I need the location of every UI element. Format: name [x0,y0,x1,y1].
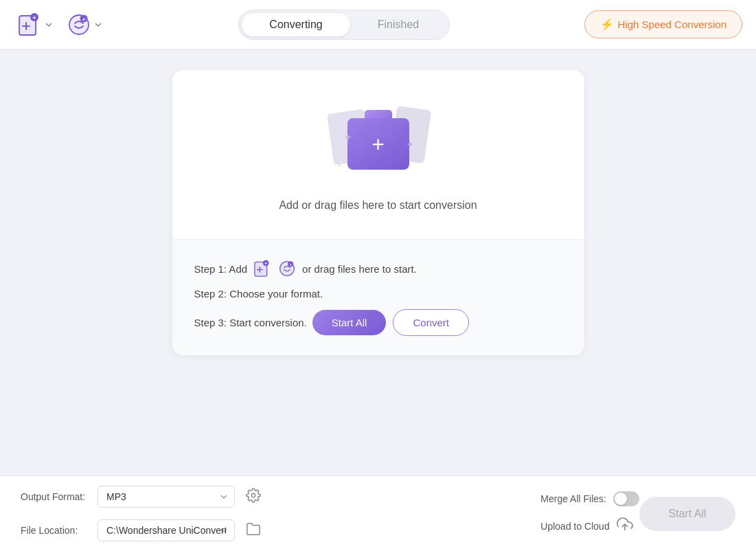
drop-area[interactable]: + ✦ ✦ · Add or drag files here to start … [172,70,584,240]
merge-toggle[interactable] [613,491,639,506]
step1-convert-icon[interactable]: + [277,259,297,278]
sparkle-icon-1: ✦ [344,132,352,143]
format-settings-icon[interactable] [243,485,264,509]
sparkle-icon-3: · [339,159,341,170]
file-location-label: File Location: [21,525,89,536]
svg-point-20 [251,493,255,497]
sparkle-icon-2: ✦ [406,139,414,150]
step1-add-icon[interactable]: + [253,259,272,278]
convert-icon: + [66,12,92,38]
bottom-right: Start All [639,497,735,531]
topbar-left: + + [14,9,104,41]
svg-text:+: + [32,14,36,21]
folder-plus-icon: + [371,133,385,155]
step1-prefix: Step 1: Add [194,263,248,275]
folder-main: + [347,118,409,170]
merge-row: Merge All Files: [540,491,639,506]
output-format-label: Output Format: [21,491,89,502]
svg-text:+: + [290,262,293,267]
start-all-bottom-button: Start All [639,497,735,531]
add-file-button[interactable]: + [14,9,55,41]
svg-text:+: + [82,16,86,23]
cloud-upload-icon[interactable] [617,516,633,536]
merge-label: Merge All Files: [540,493,606,504]
output-format-row: Output Format: MP3 [21,485,513,509]
topbar: + + Converting Finished [0,0,756,49]
start-all-button[interactable]: Start All [312,310,387,335]
add-file-chevron-icon [45,21,52,28]
step3-prefix: Step 3: Start conversion. [194,317,307,328]
lightning-icon: ⚡ [600,18,614,31]
step2-label: Step 2: Choose your format. [194,288,323,300]
main-content: + ✦ ✦ · Add or drag files here to start … [0,49,756,475]
folder-open-icon[interactable] [243,519,264,543]
folder-illustration: + ✦ ✦ · [323,98,433,187]
step1-suffix: or drag files here to start. [302,263,417,275]
drop-label: Add or drag files here to start conversi… [279,199,477,212]
high-speed-button[interactable]: ⚡ High Speed Conversion [584,10,742,38]
topbar-right: ⚡ High Speed Conversion [584,10,742,38]
conversion-card: + ✦ ✦ · Add or drag files here to start … [172,70,584,355]
step-actions: Start All Convert [312,309,469,336]
step-3-row: Step 3: Start conversion. Start All Conv… [194,309,562,336]
tab-group-container: Converting Finished [104,10,584,40]
file-location-row: File Location: C:\Wondershare UniConvert… [21,519,513,543]
high-speed-label: High Speed Conversion [618,19,726,30]
steps-area: Step 1: Add + [172,240,584,355]
upload-label: Upload to Cloud [540,521,609,532]
upload-row: Upload to Cloud [540,516,639,536]
convert-chevron-icon [95,21,102,28]
file-location-select[interactable]: C:\Wondershare UniConverter 1 [98,519,235,541]
tab-group: Converting Finished [238,10,450,40]
convert-button[interactable]: Convert [393,309,469,336]
svg-text:+: + [264,261,267,266]
step-2-row: Step 2: Choose your format. [194,288,562,300]
tab-converting[interactable]: Converting [242,13,350,36]
output-format-select[interactable]: MP3 [98,486,235,508]
step-1-row: Step 1: Add + [194,259,562,278]
bottom-center: Merge All Files: Upload to Cloud [513,491,639,536]
add-file-icon: + [16,12,43,38]
bottom-left: Output Format: MP3 File Location: C:\Won… [21,485,513,543]
convert-file-button[interactable]: + [63,9,104,41]
bottom-bar: Output Format: MP3 File Location: C:\Won… [0,475,756,551]
tab-finished[interactable]: Finished [350,13,446,36]
